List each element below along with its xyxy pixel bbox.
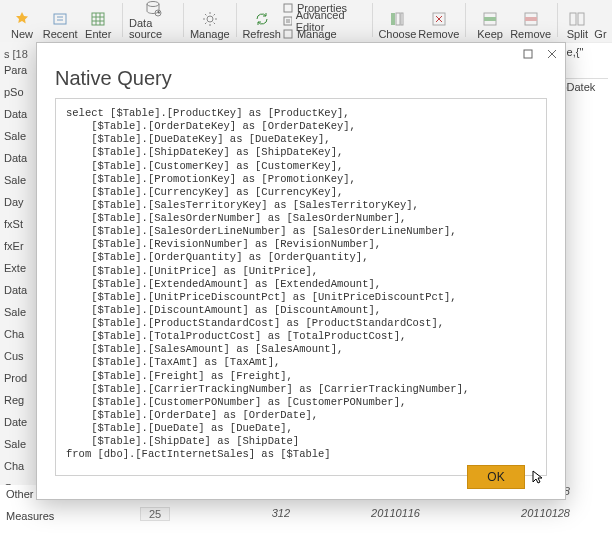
mouse-cursor-icon: [531, 469, 547, 485]
remove-columns-icon: [430, 10, 448, 28]
sql-text-box[interactable]: select [$Table].[ProductKey] as [Product…: [55, 98, 547, 476]
ribbon-manage-sub[interactable]: Manage: [283, 28, 366, 40]
grid-cell[interactable]: 312: [170, 507, 302, 519]
ribbon-label: Refresh: [242, 29, 281, 40]
remove-rows-icon: [522, 10, 540, 28]
choose-columns-icon: [388, 10, 406, 28]
ribbon-manage[interactable]: Manage: [190, 0, 230, 40]
recent-icon: [51, 10, 69, 28]
svg-rect-10: [401, 13, 403, 25]
ribbon-label: Remove: [510, 29, 551, 40]
keep-rows-icon: [481, 10, 499, 28]
ribbon-toolbar: New Recent Enter Data source Manage Refr…: [0, 0, 612, 43]
split-icon: [568, 10, 586, 28]
ribbon-label: Choose: [378, 29, 416, 40]
ribbon-split[interactable]: Split: [564, 0, 591, 40]
ribbon-recent[interactable]: Recent: [42, 0, 78, 40]
ribbon-label: Recent: [43, 29, 78, 40]
dialog-title: Native Query: [37, 65, 565, 98]
svg-rect-5: [284, 4, 292, 12]
close-icon[interactable]: [545, 47, 559, 61]
ribbon-label: Remove: [418, 29, 459, 40]
grid-cell[interactable]: 20110116: [300, 507, 432, 519]
measures-query[interactable]: Measures: [0, 507, 152, 525]
ribbon-datasource[interactable]: Data source: [129, 0, 177, 40]
ribbon-remove-cols[interactable]: Remove: [418, 0, 459, 40]
svg-rect-6: [284, 17, 292, 25]
ribbon-remove-rows[interactable]: Remove: [510, 0, 551, 40]
ribbon-label: Manage: [190, 29, 230, 40]
ribbon-label: Keep: [477, 29, 503, 40]
svg-rect-16: [570, 13, 576, 25]
svg-rect-0: [54, 14, 66, 24]
refresh-icon: [253, 10, 271, 28]
svg-rect-13: [484, 17, 496, 21]
ribbon-label: Gr: [594, 29, 606, 40]
ribbon-refresh[interactable]: Refresh: [242, 0, 281, 40]
ok-button[interactable]: OK: [467, 465, 525, 489]
svg-rect-15: [525, 17, 537, 21]
ribbon-menu-stack: Properties Advanced Editor Manage: [283, 0, 366, 40]
svg-rect-7: [284, 30, 292, 38]
ribbon-enter[interactable]: Enter: [80, 0, 116, 40]
ribbon-choose[interactable]: Choose: [378, 0, 416, 40]
datasource-icon: [144, 0, 162, 17]
star-icon: [13, 10, 31, 28]
manage-icon: [283, 29, 293, 39]
svg-rect-1: [92, 13, 104, 25]
editor-icon: [283, 16, 292, 26]
dialog-actions: OK: [467, 465, 547, 489]
ribbon-new[interactable]: New: [4, 0, 40, 40]
svg-rect-17: [578, 13, 584, 25]
ribbon-keep[interactable]: Keep: [472, 0, 508, 40]
restore-icon[interactable]: [521, 47, 535, 61]
ribbon-label: New: [11, 29, 33, 40]
svg-rect-18: [524, 50, 532, 58]
properties-icon: [283, 3, 293, 13]
svg-point-4: [207, 16, 213, 22]
ribbon-group[interactable]: Gr: [593, 0, 608, 40]
ribbon-label: Data source: [129, 18, 177, 40]
ribbon-label: Split: [567, 29, 588, 40]
grid-cell[interactable]: 20110128: [430, 507, 582, 519]
svg-point-2: [147, 2, 159, 7]
svg-rect-9: [396, 13, 400, 25]
dialog-titlebar: [37, 43, 565, 65]
table-icon: [89, 10, 107, 28]
native-query-dialog: Native Query select [$Table].[ProductKey…: [36, 42, 566, 500]
ribbon-advanced-editor[interactable]: Advanced Editor: [283, 15, 366, 27]
ribbon-label: Enter: [85, 29, 111, 40]
svg-rect-8: [391, 13, 395, 25]
row-number[interactable]: 25: [140, 507, 170, 521]
gear-icon: [201, 10, 219, 28]
